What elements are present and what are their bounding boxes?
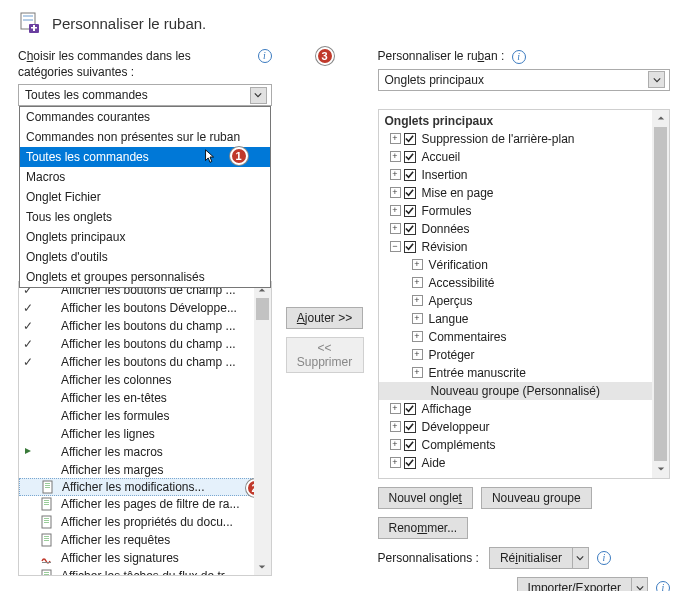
tree-item[interactable]: +Protéger bbox=[379, 346, 670, 364]
command-item[interactable]: Afficher les lignes bbox=[19, 425, 271, 443]
expander-icon[interactable]: + bbox=[412, 367, 423, 378]
tree-item[interactable]: +Insertion bbox=[379, 166, 670, 184]
scrollbar[interactable] bbox=[652, 110, 669, 478]
checkbox[interactable] bbox=[404, 457, 416, 469]
tree-item[interactable]: +Développeur bbox=[379, 418, 670, 436]
dropdown-item[interactable]: Onglets et groupes personnalisés bbox=[20, 267, 270, 287]
commands-list[interactable]: ✓Afficher les boutons de champ ...✓Affic… bbox=[18, 281, 272, 576]
command-item[interactable]: Afficher les pages de filtre de ra... bbox=[19, 495, 271, 513]
dropdown-item[interactable]: Onglets principaux bbox=[20, 227, 270, 247]
scroll-down-icon[interactable] bbox=[652, 461, 669, 478]
tree-item[interactable]: −Révision bbox=[379, 238, 670, 256]
command-item[interactable]: Afficher les propriétés du docu... bbox=[19, 513, 271, 531]
expander-icon[interactable]: + bbox=[390, 223, 401, 234]
scroll-thumb[interactable] bbox=[256, 298, 269, 320]
tree-item[interactable]: +Commentaires bbox=[379, 328, 670, 346]
expander-icon[interactable]: + bbox=[412, 313, 423, 324]
scroll-up-icon[interactable] bbox=[652, 110, 669, 127]
scroll-thumb[interactable] bbox=[654, 127, 667, 461]
dropdown-item[interactable]: Commandes courantes bbox=[20, 107, 270, 127]
command-item[interactable]: ✓Afficher les boutons du champ ... bbox=[19, 353, 271, 371]
checkbox[interactable] bbox=[404, 421, 416, 433]
tree-item[interactable]: +Aide bbox=[379, 454, 670, 472]
scroll-track[interactable] bbox=[254, 298, 271, 558]
command-item[interactable]: Afficher les tâches du flux de tr... bbox=[19, 567, 271, 576]
rename-button[interactable]: Renommer... bbox=[378, 517, 469, 539]
info-icon[interactable]: i bbox=[258, 49, 272, 63]
chevron-down-icon[interactable] bbox=[572, 548, 588, 568]
command-item[interactable]: Afficher les modifications...2 bbox=[19, 478, 271, 496]
checkbox[interactable] bbox=[404, 133, 416, 145]
expander-icon[interactable]: + bbox=[390, 187, 401, 198]
expander-icon[interactable]: + bbox=[412, 349, 423, 360]
chevron-down-icon[interactable] bbox=[250, 87, 267, 104]
tree-item[interactable]: +Affichage bbox=[379, 400, 670, 418]
expander-icon[interactable]: + bbox=[412, 277, 423, 288]
dropdown-item[interactable]: Macros bbox=[20, 167, 270, 187]
tree-item[interactable]: +Aperçus bbox=[379, 292, 670, 310]
command-item[interactable]: Afficher les formules bbox=[19, 407, 271, 425]
expander-icon[interactable]: + bbox=[412, 259, 423, 270]
ribbon-select[interactable]: Onglets principaux bbox=[378, 69, 671, 91]
expander-icon[interactable]: + bbox=[390, 205, 401, 216]
command-item[interactable]: Afficher les marges bbox=[19, 461, 271, 479]
checkbox[interactable] bbox=[404, 439, 416, 451]
command-item[interactable]: Afficher les en-têtes bbox=[19, 389, 271, 407]
expander-icon[interactable]: + bbox=[390, 151, 401, 162]
chevron-down-icon[interactable] bbox=[631, 578, 647, 591]
tree-item[interactable]: +Compléments bbox=[379, 436, 670, 454]
tree-item[interactable]: +Suppression de l'arrière-plan bbox=[379, 130, 670, 148]
reset-button[interactable]: Réinitialiser bbox=[489, 547, 589, 569]
command-item[interactable]: ✓Afficher les boutons Développe... bbox=[19, 299, 271, 317]
command-item[interactable]: ✓Afficher les boutons du champ ... bbox=[19, 317, 271, 335]
category-dropdown[interactable]: Commandes courantesCommandes non présent… bbox=[19, 106, 271, 288]
command-item[interactable]: ✓Afficher les boutons du champ ... bbox=[19, 335, 271, 353]
expander-icon[interactable]: + bbox=[412, 331, 423, 342]
scrollbar[interactable] bbox=[254, 281, 271, 575]
tree-item[interactable]: +Accessibilité bbox=[379, 274, 670, 292]
expander-icon[interactable]: + bbox=[390, 421, 401, 432]
checkbox[interactable] bbox=[404, 151, 416, 163]
expander-icon[interactable]: + bbox=[390, 133, 401, 144]
command-item[interactable]: Afficher les signatures bbox=[19, 549, 271, 567]
expander-icon[interactable]: + bbox=[390, 439, 401, 450]
checkbox[interactable] bbox=[404, 241, 416, 253]
command-item[interactable]: Afficher les macros bbox=[19, 443, 271, 461]
tree-item[interactable]: +Formules bbox=[379, 202, 670, 220]
expander-icon[interactable]: + bbox=[390, 169, 401, 180]
checkbox[interactable] bbox=[404, 223, 416, 235]
checkbox[interactable] bbox=[404, 187, 416, 199]
remove-button[interactable]: << Supprimer bbox=[286, 337, 364, 373]
tree-item[interactable]: +Mise en page bbox=[379, 184, 670, 202]
add-button[interactable]: Ajouter >> bbox=[286, 307, 363, 329]
tree-item[interactable]: Nouveau groupe (Personnalisé) bbox=[379, 382, 670, 400]
info-icon[interactable]: i bbox=[512, 50, 526, 64]
checkbox[interactable] bbox=[404, 403, 416, 415]
dropdown-item[interactable]: Tous les onglets bbox=[20, 207, 270, 227]
expander-icon[interactable]: + bbox=[412, 295, 423, 306]
expander-icon[interactable]: + bbox=[390, 457, 401, 468]
info-icon[interactable]: i bbox=[656, 581, 670, 591]
dropdown-item[interactable]: Onglets d'outils bbox=[20, 247, 270, 267]
checkbox[interactable] bbox=[404, 169, 416, 181]
expander-icon[interactable]: + bbox=[390, 403, 401, 414]
new-group-button[interactable]: Nouveau groupe bbox=[481, 487, 592, 509]
import-export-button[interactable]: Importer/Exporter bbox=[517, 577, 648, 591]
tree-item[interactable]: +Langue bbox=[379, 310, 670, 328]
tree-item[interactable]: +Données bbox=[379, 220, 670, 238]
expander-icon[interactable]: − bbox=[390, 241, 401, 252]
info-icon[interactable]: i bbox=[597, 551, 611, 565]
dropdown-item[interactable]: Onglet Fichier bbox=[20, 187, 270, 207]
tree-item[interactable]: +Vérification bbox=[379, 256, 670, 274]
scroll-track[interactable] bbox=[652, 127, 669, 461]
dropdown-item[interactable]: Commandes non présentes sur le ruban bbox=[20, 127, 270, 147]
tree-item[interactable]: +Entrée manuscrite bbox=[379, 364, 670, 382]
category-select[interactable]: Toutes les commandes Commandes courantes… bbox=[18, 84, 272, 106]
command-item[interactable]: Afficher les colonnes bbox=[19, 371, 271, 389]
checkbox[interactable] bbox=[404, 205, 416, 217]
new-tab-button[interactable]: Nouvel onglet bbox=[378, 487, 473, 509]
chevron-down-icon[interactable] bbox=[648, 71, 665, 88]
ribbon-tree[interactable]: Onglets principaux +Suppression de l'arr… bbox=[378, 109, 671, 479]
scroll-down-icon[interactable] bbox=[254, 558, 271, 575]
tree-item[interactable]: +Accueil bbox=[379, 148, 670, 166]
